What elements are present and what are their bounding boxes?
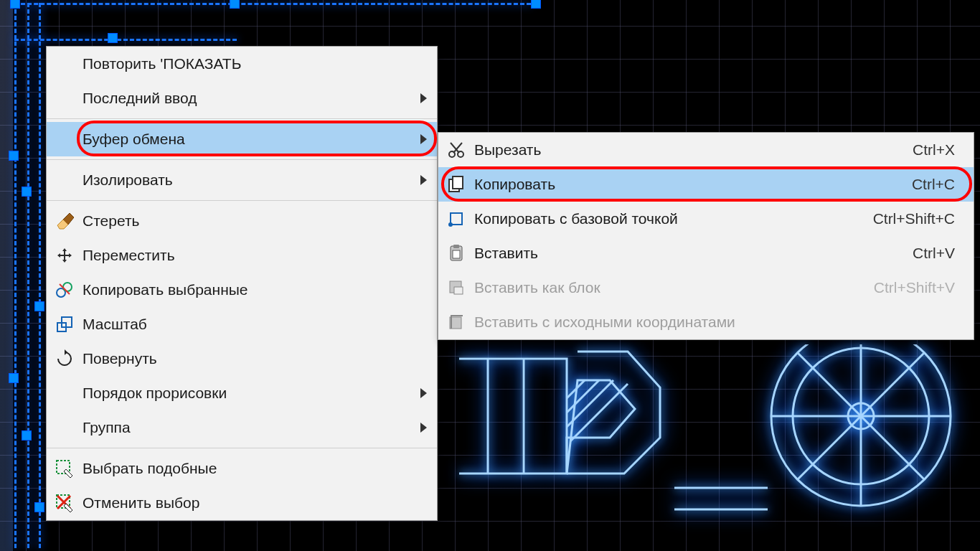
- menu-item-label: Группа: [83, 419, 418, 436]
- submenu-item-shortcut: Ctrl+C: [890, 176, 955, 193]
- submenu-item-label: Копировать с базовой точкой: [474, 210, 852, 227]
- context-menu-main[interactable]: Повторить 'ПОКАЗАТЬПоследний вводБуфер о…: [46, 46, 438, 521]
- copy-icon: [438, 175, 474, 194]
- submenu-item-shortcut: Ctrl+X: [891, 141, 955, 159]
- menu-item-recent-input[interactable]: Последний ввод: [47, 81, 437, 116]
- menu-item-label: Выбрать подобные: [83, 460, 418, 477]
- menu-item-isolate[interactable]: Изолировать: [47, 163, 437, 197]
- menu-item-erase[interactable]: Стереть: [47, 204, 437, 238]
- submenu-item-copy-base[interactable]: Копировать с базовой точкойCtrl+Shift+C: [438, 202, 974, 236]
- submenu-item-copy[interactable]: КопироватьCtrl+C: [438, 167, 974, 202]
- menu-item-label: Отменить выбор: [83, 494, 418, 512]
- menu-item-label: Переместить: [83, 247, 418, 264]
- desel-icon: [47, 494, 83, 512]
- menu-item-repeat[interactable]: Повторить 'ПОКАЗАТЬ: [47, 47, 437, 81]
- selection-grip[interactable]: [230, 0, 240, 9]
- selection-grip[interactable]: [9, 151, 19, 161]
- pasteorig-icon: [438, 313, 474, 331]
- menu-separator: [47, 200, 437, 201]
- menu-item-label: Последний ввод: [83, 90, 418, 107]
- move-icon: [47, 246, 83, 265]
- menu-item-clipboard[interactable]: Буфер обмена: [47, 122, 437, 156]
- pasteblk-icon: [438, 278, 474, 297]
- submenu-item-shortcut: Ctrl+Shift+V: [852, 279, 955, 296]
- submenu-item-shortcut: Ctrl+Shift+C: [852, 210, 955, 227]
- menu-item-draw-order[interactable]: Порядок прорисовки: [47, 376, 437, 410]
- copybase-icon: [438, 209, 474, 228]
- menu-item-label: Порядок прорисовки: [83, 385, 418, 402]
- menu-item-label: Изолировать: [83, 171, 418, 189]
- menu-item-label: Стереть: [83, 212, 418, 230]
- menu-item-deselect[interactable]: Отменить выбор: [47, 486, 437, 520]
- menu-item-label: Повторить 'ПОКАЗАТЬ: [83, 55, 418, 72]
- context-menu-clipboard[interactable]: ВырезатьCtrl+XКопироватьCtrl+CКопировать…: [438, 132, 974, 340]
- selection-grip[interactable]: [108, 33, 118, 43]
- selection-grip[interactable]: [22, 187, 32, 197]
- submenu-item-cut[interactable]: ВырезатьCtrl+X: [438, 133, 974, 167]
- copysel-icon: [47, 281, 83, 299]
- submenu-item-label: Вставить с исходными координатами: [474, 314, 933, 331]
- submenu-item-shortcut: Ctrl+V: [891, 245, 955, 262]
- submenu-item-label: Вставить: [474, 245, 891, 262]
- menu-item-select-similar[interactable]: Выбрать подобные: [47, 451, 437, 486]
- selection-grip[interactable]: [22, 430, 32, 441]
- selsim-icon: [47, 459, 83, 478]
- submenu-item-paste-block: Вставить как блокCtrl+Shift+V: [438, 270, 974, 305]
- menu-item-label: Буфер обмена: [83, 131, 418, 148]
- submenu-item-label: Вставить как блок: [474, 279, 852, 296]
- menu-item-copy-selected[interactable]: Копировать выбранные: [47, 273, 437, 307]
- submenu-item-paste[interactable]: ВставитьCtrl+V: [438, 236, 974, 270]
- menu-item-label: Повернуть: [83, 350, 418, 367]
- menu-item-label: Масштаб: [83, 316, 418, 333]
- menu-item-move[interactable]: Переместить: [47, 238, 437, 273]
- selection-grip[interactable]: [34, 301, 44, 311]
- rotate-icon: [47, 349, 83, 368]
- menu-separator: [47, 448, 437, 448]
- selection-grip[interactable]: [34, 502, 44, 512]
- selection-grip[interactable]: [9, 373, 19, 383]
- menu-separator: [47, 159, 437, 160]
- scale-icon: [47, 315, 83, 334]
- menu-separator: [47, 118, 437, 119]
- left-ruler: [0, 0, 13, 551]
- menu-item-label: Копировать выбранные: [83, 281, 418, 298]
- submenu-item-paste-original: Вставить с исходными координатами: [438, 305, 974, 339]
- paste-icon: [438, 244, 474, 263]
- submenu-item-label: Копировать: [474, 176, 890, 193]
- submenu-item-label: Вырезать: [474, 141, 891, 159]
- menu-item-group[interactable]: Группа: [47, 410, 437, 445]
- erase-icon: [47, 212, 83, 230]
- selection-grip[interactable]: [531, 0, 541, 9]
- menu-item-rotate[interactable]: Повернуть: [47, 342, 437, 376]
- menu-item-scale[interactable]: Масштаб: [47, 307, 437, 342]
- cut-icon: [438, 141, 474, 159]
- selection-grip[interactable]: [10, 0, 20, 9]
